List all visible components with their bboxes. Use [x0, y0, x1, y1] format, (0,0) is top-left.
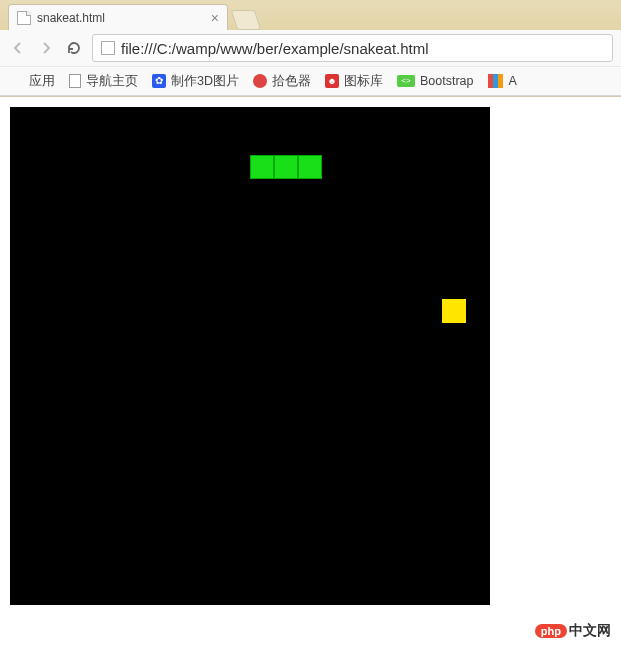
url-bar[interactable]: file:///C:/wamp/www/ber/example/snakeat.… [92, 34, 613, 62]
forward-button[interactable] [36, 38, 56, 58]
multi-icon [488, 73, 504, 89]
watermark-text: 中文网 [569, 622, 611, 640]
reload-button[interactable] [64, 38, 84, 58]
arrow-right-icon [39, 41, 53, 55]
page-icon [17, 11, 31, 25]
bookmark-label: 导航主页 [86, 73, 138, 90]
food-cell [442, 299, 466, 323]
apps-icon [8, 73, 24, 89]
reload-icon [66, 40, 82, 56]
game-board[interactable] [10, 107, 490, 605]
bookmark-label: 拾色器 [272, 73, 311, 90]
bookmark-label: 制作3D图片 [171, 73, 239, 90]
tab-strip: snakeat.html × [0, 0, 621, 30]
bookmark-nav-home[interactable]: 导航主页 [69, 73, 138, 90]
bookmarks-bar: 应用 导航主页 ✿ 制作3D图片 拾色器 ☻ 图标库 <> Bootstrap … [0, 66, 621, 96]
watermark-badge: php [535, 624, 567, 638]
arrow-left-icon [11, 41, 25, 55]
bookmark-label: 图标库 [344, 73, 383, 90]
snake-segment [298, 155, 322, 179]
bookmark-label: Bootstrap [420, 74, 474, 88]
bootstrap-icon: <> [397, 75, 415, 87]
url-text: file:///C:/wamp/www/ber/example/snakeat.… [121, 40, 429, 57]
tab-title: snakeat.html [37, 11, 205, 25]
page-icon [69, 74, 81, 88]
bookmark-3d[interactable]: ✿ 制作3D图片 [152, 73, 239, 90]
palette-icon [253, 74, 267, 88]
browser-tab[interactable]: snakeat.html × [8, 4, 228, 30]
back-button[interactable] [8, 38, 28, 58]
new-tab-button[interactable] [231, 10, 261, 30]
close-icon[interactable]: × [211, 10, 219, 26]
page-content [0, 97, 621, 615]
snake-segment [250, 155, 274, 179]
snake-segment [274, 155, 298, 179]
bookmark-bootstrap[interactable]: <> Bootstrap [397, 74, 474, 88]
browser-chrome: snakeat.html × file:///C:/wamp/www/ber/e… [0, 0, 621, 97]
bookmark-apps[interactable]: 应用 [8, 73, 55, 90]
watermark: php 中文网 [535, 622, 611, 640]
bookmark-label: A [509, 74, 517, 88]
bookmark-icon-lib[interactable]: ☻ 图标库 [325, 73, 383, 90]
page-icon [101, 41, 115, 55]
iconlib-icon: ☻ [325, 74, 339, 88]
baidu-icon: ✿ [152, 74, 166, 88]
bookmark-color-picker[interactable]: 拾色器 [253, 73, 311, 90]
bookmark-label: 应用 [29, 73, 55, 90]
nav-toolbar: file:///C:/wamp/www/ber/example/snakeat.… [0, 30, 621, 66]
bookmark-more[interactable]: A [488, 73, 517, 89]
